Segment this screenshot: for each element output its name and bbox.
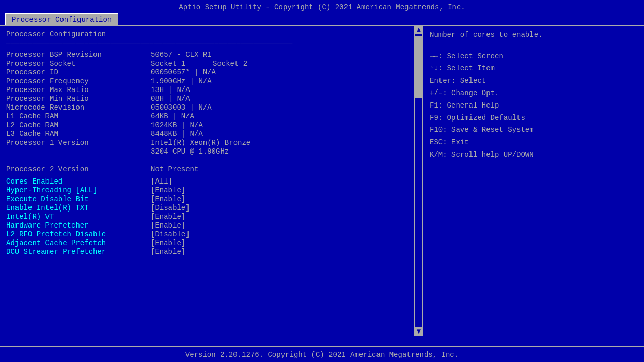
info-row-freq: Processor Frequency 1.900GHz | N/A <box>6 77 416 85</box>
info-value-minratio: 08H | N/A <box>151 95 190 103</box>
info-row-l3: L3 Cache RAM 8448KB | N/A <box>6 130 416 138</box>
scrollbar[interactable]: ▲ ▼ <box>414 26 422 336</box>
info-label-bsp: Processor BSP Revision <box>6 51 151 59</box>
tab-bar: Processor Configuration <box>0 13 644 25</box>
cyan-row-l2rfo[interactable]: L2 RFO Prefetch Disable [Disable] <box>6 230 416 238</box>
info-row-maxratio: Processor Max Ratio 13H | N/A <box>6 86 416 94</box>
info-value-l1: 64KB | N/A <box>151 112 194 120</box>
left-panel: Processor Configuration ────────────────… <box>0 26 423 336</box>
info-value-p2ver: Not Present <box>151 165 198 173</box>
info-row-socket: Processor Socket Socket 1Socket 2 <box>6 59 416 68</box>
cyan-label-edb: Execute Disable Bit <box>6 195 151 203</box>
cyan-label-l2rfo: L2 RFO Prefetch Disable <box>6 230 151 238</box>
info-row-l2: L2 Cache RAM 1024KB | N/A <box>6 121 416 129</box>
cyan-label-ht: Hyper-Threading [ALL] <box>6 186 151 194</box>
cyan-row-hwpf[interactable]: Hardware Prefetcher [Enable] <box>6 221 416 230</box>
cyan-label-hwpf: Hardware Prefetcher <box>6 221 151 230</box>
cyan-label-vt: Intel(R) VT <box>6 213 151 221</box>
cyan-row-vt[interactable]: Intel(R) VT [Enable] <box>6 213 416 221</box>
key-help-select-screen: →←: Select Screen <box>430 51 638 63</box>
key-help-select-item: ↑↓: Select Item <box>430 63 638 75</box>
key-help-f10: F10: Save & Reset System <box>430 124 638 137</box>
left-panel-heading: Processor Configuration <box>6 30 416 38</box>
key-help-f9: F9: Optimized Defaults <box>430 112 638 125</box>
cyan-value-vt: [Enable] <box>151 213 185 221</box>
footer-text: Version 2.20.1276. Copyright (C) 2021 Am… <box>185 351 459 359</box>
info-row-id: Processor ID 00050657* | N/A <box>6 68 416 77</box>
cyan-label-cores: Cores Enabled <box>6 177 151 186</box>
info-value-l3: 8448KB | N/A <box>151 130 203 138</box>
info-value-id: 00050657* | N/A <box>151 68 216 77</box>
cyan-label-adjpf: Adjacent Cache Prefetch <box>6 239 151 247</box>
info-value-l2: 1024KB | N/A <box>151 121 203 129</box>
scrollbar-down-button[interactable]: ▼ <box>415 327 423 336</box>
help-text: Number of cores to enable. <box>430 30 638 40</box>
info-label-l3: L3 Cache RAM <box>6 130 151 138</box>
info-value-p1ver: Intel(R) Xeon(R) Bronze <box>151 139 250 147</box>
active-tab[interactable]: Processor Configuration <box>5 13 118 25</box>
title-text: Aptio Setup Utility - Copyright (C) 2021… <box>179 3 465 11</box>
footer: Version 2.20.1276. Copyright (C) 2021 Am… <box>0 346 644 362</box>
cyan-value-ht: [Enable] <box>151 186 185 194</box>
cyan-label-dcu: DCU Streamer Prefetcher <box>6 248 151 256</box>
cyan-label-txt: Enable Intel(R) TXT <box>6 204 151 212</box>
key-help: →←: Select Screen ↑↓: Select Item Enter:… <box>430 51 638 161</box>
info-row-bsp: Processor BSP Revision 50657 - CLX R1 <box>6 51 416 59</box>
info-label-p2ver: Processor 2 Version <box>6 165 151 173</box>
info-label-l2: L2 Cache RAM <box>6 121 151 129</box>
cyan-value-adjpf: [Enable] <box>151 239 185 247</box>
info-label-freq: Processor Frequency <box>6 77 151 85</box>
separator: ────────────────────────────────────────… <box>6 39 416 48</box>
info-value-bsp: 50657 - CLX R1 <box>151 51 212 59</box>
info-label-socket: Processor Socket <box>6 59 151 68</box>
cyan-row-cores[interactable]: Cores Enabled [All] <box>6 177 416 186</box>
info-label-maxratio: Processor Max Ratio <box>6 86 151 94</box>
info-label-l1: L1 Cache RAM <box>6 112 151 120</box>
key-help-f1: F1: General Help <box>430 100 638 112</box>
info-value-freq: 1.900GHz | N/A <box>151 77 212 85</box>
cyan-value-edb: [Enable] <box>151 195 185 203</box>
info-label-microcode: Microcode Revision <box>6 103 151 112</box>
cyan-value-hwpf: [Enable] <box>151 221 185 230</box>
scrollbar-up-button[interactable]: ▲ <box>415 26 423 34</box>
scrollbar-thumb[interactable] <box>415 36 423 98</box>
info-value-p1ver2: 3204 CPU @ 1.90GHz <box>151 147 229 156</box>
cyan-row-dcu[interactable]: DCU Streamer Prefetcher [Enable] <box>6 248 416 256</box>
info-label-id: Processor ID <box>6 68 151 77</box>
info-row-l1: L1 Cache RAM 64KB | N/A <box>6 112 416 120</box>
info-row-microcode: Microcode Revision 05003003 | N/A <box>6 103 416 112</box>
key-help-change-opt: +/-: Change Opt. <box>430 87 638 100</box>
info-row-p1ver: Processor 1 Version Intel(R) Xeon(R) Bro… <box>6 139 416 147</box>
info-label-minratio: Processor Min Ratio <box>6 95 151 103</box>
key-help-enter: Enter: Select <box>430 75 638 87</box>
info-row-minratio: Processor Min Ratio 08H | N/A <box>6 95 416 103</box>
cyan-value-txt: [Disable] <box>151 204 190 212</box>
right-panel: Number of cores to enable. →←: Select Sc… <box>423 26 644 336</box>
info-row-p1ver2: 3204 CPU @ 1.90GHz <box>6 147 416 156</box>
info-label-p1ver: Processor 1 Version <box>6 139 151 147</box>
cyan-value-l2rfo: [Disable] <box>151 230 190 238</box>
cyan-row-adjpf[interactable]: Adjacent Cache Prefetch [Enable] <box>6 239 416 247</box>
info-value-microcode: 05003003 | N/A <box>151 103 212 112</box>
info-row-p2ver: Processor 2 Version Not Present <box>6 165 416 173</box>
info-value-socket: Socket 1Socket 2 <box>151 59 247 68</box>
cyan-section: Cores Enabled [All] Hyper-Threading [ALL… <box>6 177 416 256</box>
key-help-esc: ESC: Exit <box>430 137 638 149</box>
cyan-value-dcu: [Enable] <box>151 248 185 256</box>
info-label-p1ver2 <box>6 147 151 156</box>
info-label-blank <box>6 156 151 164</box>
info-row-blank <box>6 156 416 164</box>
key-help-km: K/M: Scroll help UP/DOWN <box>430 149 638 161</box>
title-bar: Aptio Setup Utility - Copyright (C) 2021… <box>0 0 644 13</box>
cyan-row-txt[interactable]: Enable Intel(R) TXT [Disable] <box>6 204 416 212</box>
cyan-row-ht[interactable]: Hyper-Threading [ALL] [Enable] <box>6 186 416 194</box>
cyan-row-edb[interactable]: Execute Disable Bit [Enable] <box>6 195 416 203</box>
main-content: Processor Configuration ────────────────… <box>0 25 644 336</box>
cyan-value-cores: [All] <box>151 177 172 186</box>
info-value-maxratio: 13H | N/A <box>151 86 190 94</box>
